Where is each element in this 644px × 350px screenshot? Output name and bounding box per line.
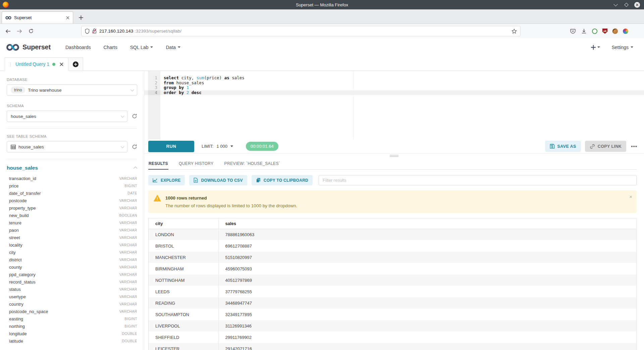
column-item[interactable]: longitudeDOUBLE	[7, 330, 137, 337]
pane-resize-handle[interactable]	[144, 153, 644, 158]
column-item[interactable]: northingBIGINT	[7, 322, 137, 330]
column-type: VARCHAR	[119, 243, 137, 247]
close-warning-icon[interactable]: ×	[629, 194, 632, 200]
column-item[interactable]: paonVARCHAR	[7, 226, 137, 234]
column-item[interactable]: transaction_idVARCHAR	[7, 175, 137, 182]
refresh-table-icon[interactable]	[132, 144, 137, 149]
save-as-button[interactable]: SAVE AS	[545, 141, 581, 152]
table-row: SHEFFIELD29911769902	[149, 332, 636, 343]
column-item[interactable]: new_buildBOOLEAN	[7, 212, 137, 219]
column-item[interactable]: ppd_categoryVARCHAR	[7, 271, 137, 278]
superset-brand[interactable]: Superset	[6, 43, 51, 51]
column-item[interactable]: districtVARCHAR	[7, 256, 137, 263]
column-header-city[interactable]: city	[149, 218, 218, 229]
close-window-icon[interactable]	[634, 2, 640, 8]
chevron-up-icon[interactable]	[133, 167, 137, 170]
explore-button[interactable]: EXPLORE	[148, 175, 185, 185]
maximize-icon[interactable]	[624, 2, 629, 7]
table-select-value: house_sales	[18, 144, 44, 149]
column-item[interactable]: eastingBIGINT	[7, 315, 137, 322]
column-item[interactable]: streetVARCHAR	[7, 234, 137, 241]
minimize-icon[interactable]	[613, 2, 618, 7]
column-name: country	[9, 302, 23, 307]
download-csv-button[interactable]: DOWNLOAD TO CSV	[189, 175, 247, 185]
run-button[interactable]: RUN	[148, 141, 194, 152]
tab-query-history[interactable]: QUERY HISTORY	[178, 158, 214, 169]
column-type: VARCHAR	[119, 250, 137, 254]
bookmark-star-icon[interactable]	[512, 29, 517, 34]
column-item[interactable]: countyVARCHAR	[7, 263, 137, 271]
schema-select[interactable]: house_sales	[7, 111, 127, 122]
colorful-extension-icon[interactable]	[623, 29, 628, 34]
pocket-icon[interactable]	[570, 28, 576, 34]
drag-handle-icon[interactable]: ⋮	[8, 62, 12, 67]
column-item[interactable]: tenureVARCHAR	[7, 219, 137, 226]
refresh-schema-icon[interactable]	[132, 114, 137, 119]
downloads-icon[interactable]	[581, 28, 587, 34]
new-tab-icon[interactable]	[76, 12, 86, 23]
file-icon	[194, 178, 198, 183]
settings-menu[interactable]: Settings	[611, 45, 633, 50]
copy-clipboard-button[interactable]: COPY TO CLIPBOARD	[252, 175, 313, 185]
code-line[interactable]: 2from house_sales	[144, 81, 644, 86]
main-area: DATABASE trino Trino warehouse SCHEMA ho…	[0, 71, 644, 350]
more-actions-button[interactable]: •••	[631, 143, 637, 149]
close-query-tab-icon[interactable]	[60, 62, 63, 66]
sql-editor[interactable]: 1select city, sum(price) as sales2from h…	[144, 71, 644, 139]
database-select[interactable]: trino Trino warehouse	[7, 84, 137, 96]
column-item[interactable]: usertypeVARCHAR	[7, 293, 137, 300]
table-cell: MANCHESTER	[149, 252, 218, 263]
column-item[interactable]: latitudeDOUBLE	[7, 337, 137, 345]
column-item[interactable]: postcode_no_spaceVARCHAR	[7, 308, 137, 315]
table-name-heading[interactable]: house_sales	[7, 165, 38, 171]
nav-item-data[interactable]: Data	[166, 45, 180, 50]
back-icon[interactable]	[3, 27, 13, 36]
url-bar[interactable]: 217.160.120.143:32393/superset/sqllab/	[81, 26, 521, 36]
query-tab[interactable]: ⋮ Untitled Query 1	[5, 57, 68, 71]
tab-preview-house-sales[interactable]: PREVIEW: `HOUSE_SALES`	[224, 158, 281, 169]
column-item[interactable]: property_typeVARCHAR	[7, 204, 137, 212]
nav-item-sql-lab[interactable]: SQL Lab	[130, 45, 153, 50]
url-host: 217.160.120.143	[99, 29, 133, 34]
reload-icon[interactable]	[26, 27, 36, 36]
results-tbody: LONDON788861960063BRISTOL69612708887MANC…	[149, 229, 636, 350]
insecure-lock-icon[interactable]	[92, 29, 97, 34]
column-item[interactable]: cityVARCHAR	[7, 249, 137, 256]
tab-results[interactable]: RESULTS	[148, 158, 168, 169]
link-icon	[590, 144, 595, 149]
code-line[interactable]: 4order by 2 desc	[144, 90, 644, 95]
close-tab-icon[interactable]	[66, 16, 69, 19]
save-icon	[550, 144, 555, 149]
privacy-mask-extension-icon[interactable]	[592, 29, 597, 34]
copy-link-button[interactable]: COPY LINK	[585, 141, 626, 152]
table-select[interactable]: house_sales	[7, 141, 127, 152]
column-item[interactable]: countryVARCHAR	[7, 300, 137, 308]
cookie-extension-icon[interactable]	[612, 29, 618, 34]
column-item[interactable]: statusVARCHAR	[7, 286, 137, 293]
nav-item-dashboards[interactable]: Dashboards	[65, 45, 91, 50]
menu-hamburger-icon[interactable]	[633, 28, 639, 34]
columns-list: transaction_idVARCHARpriceBIGINTdate_of_…	[7, 175, 137, 345]
nav-item-charts[interactable]: Charts	[104, 45, 117, 50]
tracking-shield-icon[interactable]	[85, 29, 90, 34]
editor-toolbar: RUN LIMIT: 1 000 00:00:01.64 SAVE AS	[144, 139, 644, 153]
new-query-tab-button[interactable]	[68, 57, 83, 71]
column-header-sales[interactable]: sales	[218, 218, 636, 229]
column-type: VARCHAR	[119, 309, 137, 313]
column-item[interactable]: date_of_transferDATE	[7, 189, 137, 197]
code-line[interactable]: 3group by 1	[144, 85, 644, 90]
column-type: VARCHAR	[119, 302, 137, 306]
table-cell: 29142071716	[218, 343, 636, 350]
limit-dropdown[interactable]: LIMIT: 1 000	[202, 144, 233, 149]
column-item[interactable]: localityVARCHAR	[7, 241, 137, 249]
column-item[interactable]: postcodeVARCHAR	[7, 197, 137, 204]
column-item[interactable]: record_statusVARCHAR	[7, 278, 137, 286]
browser-tab-superset[interactable]: Superset	[2, 11, 73, 24]
code-line[interactable]: 1select city, sum(price) as sales	[144, 76, 644, 81]
column-item[interactable]: priceBIGINT	[7, 182, 137, 189]
filter-results-input[interactable]	[319, 175, 637, 185]
ublock-extension-icon[interactable]: uB	[602, 29, 607, 34]
column-name: district	[9, 257, 22, 262]
add-menu[interactable]	[591, 45, 600, 50]
forward-icon[interactable]	[15, 27, 24, 36]
